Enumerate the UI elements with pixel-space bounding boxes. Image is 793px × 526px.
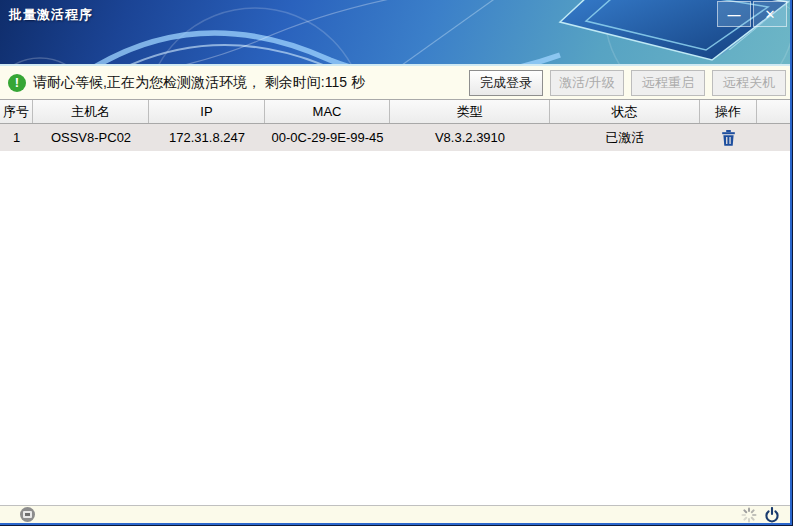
bottom-right-icons <box>741 507 780 523</box>
minimize-icon: — <box>728 7 741 22</box>
window-frame: 批量激活程序 — ✕ ! 请耐心等候,正在为您检测激活环境， 剩余时间:115 … <box>0 0 793 526</box>
banner-art <box>0 0 790 64</box>
header-type: 类型 <box>390 100 550 123</box>
info-icon: ! <box>8 74 26 92</box>
delete-row-button[interactable] <box>720 129 737 147</box>
window-controls: — ✕ <box>717 1 787 27</box>
close-icon: ✕ <box>765 7 776 22</box>
table-header: 序号 主机名 IP MAC 类型 状态 操作 <box>0 100 790 124</box>
bottom-status-bar <box>0 505 790 523</box>
cell-mac: 00-0C-29-9E-99-45 <box>265 124 390 151</box>
header-hostname: 主机名 <box>33 100 149 123</box>
cell-hostname: OSSV8-PC02 <box>33 124 149 151</box>
header-mac: MAC <box>265 100 390 123</box>
monitor-badge-icon <box>20 507 35 522</box>
cell-type: V8.3.2.3910 <box>390 124 550 151</box>
header-ip: IP <box>149 100 265 123</box>
remote-restart-button[interactable]: 远程重启 <box>631 70 705 96</box>
header-filler <box>757 100 790 123</box>
window-title: 批量激活程序 <box>9 6 93 24</box>
activate-upgrade-button[interactable]: 激活/升级 <box>550 70 624 96</box>
header-status: 状态 <box>550 100 700 123</box>
cell-no: 1 <box>0 124 33 151</box>
spinner-icon <box>741 507 757 523</box>
power-icon[interactable] <box>764 507 780 523</box>
header-no: 序号 <box>0 100 33 123</box>
remote-shutdown-button[interactable]: 远程关机 <box>712 70 786 96</box>
title-bar: 批量激活程序 — ✕ <box>0 0 790 66</box>
minimize-button[interactable]: — <box>717 1 751 27</box>
table-empty-area <box>0 151 790 505</box>
close-button[interactable]: ✕ <box>753 1 787 27</box>
toolbar-buttons: 完成登录 激活/升级 远程重启 远程关机 <box>469 70 786 96</box>
trash-icon <box>720 129 737 147</box>
cell-filler <box>757 124 790 151</box>
status-message: 请耐心等候,正在为您检测激活环境， 剩余时间:115 秒 <box>33 74 365 92</box>
table-row[interactable]: 1 OSSV8-PC02 172.31.8.247 00-0C-29-9E-99… <box>0 124 790 151</box>
app-window: 批量激活程序 — ✕ ! 请耐心等候,正在为您检测激活环境， 剩余时间:115 … <box>0 0 792 525</box>
header-action: 操作 <box>700 100 757 123</box>
cell-ip: 172.31.8.247 <box>149 124 265 151</box>
status-toolbar: ! 请耐心等候,正在为您检测激活环境， 剩余时间:115 秒 完成登录 激活/升… <box>0 66 790 100</box>
cell-status: 已激活 <box>550 124 700 151</box>
finish-login-button[interactable]: 完成登录 <box>469 70 543 96</box>
